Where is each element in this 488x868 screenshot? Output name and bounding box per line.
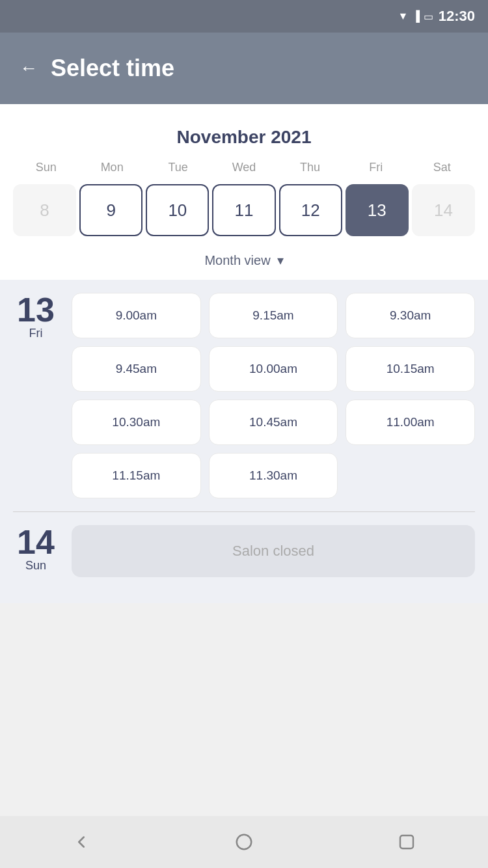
- date-cell-8[interactable]: 8: [13, 184, 76, 236]
- day-header-mon: Mon: [79, 157, 144, 178]
- day-number-13: 13: [13, 293, 59, 327]
- home-nav-icon: [234, 832, 254, 852]
- day-header-wed: Wed: [211, 157, 277, 178]
- date-cell-9[interactable]: 9: [79, 184, 142, 236]
- date-cell-14[interactable]: 14: [412, 184, 475, 236]
- status-time: 12:30: [439, 8, 475, 25]
- status-bar: ▼ ▐ ▭ 12:30: [0, 0, 488, 33]
- chevron-down-icon: ▾: [277, 252, 284, 268]
- svg-rect-1: [400, 835, 413, 848]
- calendar-section: November 2021 Sun Mon Tue Wed Thu Fri Sa…: [0, 104, 488, 280]
- day-section-14: 14 Sun Salon closed: [13, 525, 475, 577]
- day-number-14: 14: [13, 525, 59, 559]
- day-header-sat: Sat: [409, 157, 475, 178]
- day-section-13: 13 Fri 9.00am 9.15am 9.30am 9.45am 10.00…: [13, 293, 475, 498]
- date-cell-13[interactable]: 13: [346, 184, 409, 236]
- time-grid-13: 9.00am 9.15am 9.30am 9.45am 10.00am 10.1…: [72, 293, 475, 498]
- month-view-toggle[interactable]: Month view ▾: [13, 246, 475, 280]
- time-slot-1115[interactable]: 11.15am: [72, 453, 201, 498]
- time-slot-1130[interactable]: 11.30am: [209, 453, 338, 498]
- header: ← Select time: [0, 33, 488, 104]
- day-header-sun: Sun: [13, 157, 79, 178]
- status-icons: ▼ ▐ ▭: [398, 10, 433, 23]
- day-headers: Sun Mon Tue Wed Thu Fri Sat: [13, 154, 475, 181]
- time-slot-1030[interactable]: 10.30am: [72, 400, 201, 445]
- date-cell-11[interactable]: 11: [212, 184, 275, 236]
- time-slot-1100[interactable]: 11.00am: [346, 400, 475, 445]
- nav-home-button[interactable]: [231, 829, 257, 855]
- day-header-thu: Thu: [277, 157, 343, 178]
- time-section: 13 Fri 9.00am 9.15am 9.30am 9.45am 10.00…: [0, 280, 488, 603]
- battery-icon: ▭: [424, 10, 433, 23]
- day-name-13: Fri: [13, 327, 59, 340]
- back-nav-icon: [72, 832, 91, 852]
- day-header-tue: Tue: [145, 157, 211, 178]
- nav-bar: [0, 816, 488, 868]
- nav-back-button[interactable]: [68, 829, 94, 855]
- date-cell-10[interactable]: 10: [146, 184, 209, 236]
- salon-closed-label: Salon closed: [72, 525, 475, 577]
- time-slot-1015[interactable]: 10.15am: [346, 346, 475, 392]
- time-slot-1045[interactable]: 10.45am: [209, 400, 338, 445]
- month-year-label: November 2021: [13, 117, 475, 154]
- svg-point-0: [237, 835, 252, 850]
- nav-recent-button[interactable]: [394, 829, 420, 855]
- section-divider: [13, 511, 475, 512]
- signal-icon: ▐: [412, 10, 419, 22]
- time-slot-930[interactable]: 9.30am: [346, 293, 475, 338]
- time-slot-915[interactable]: 9.15am: [209, 293, 338, 338]
- back-button[interactable]: ←: [20, 58, 38, 79]
- time-slot-900[interactable]: 9.00am: [72, 293, 201, 338]
- day-name-14: Sun: [13, 559, 59, 573]
- month-view-label: Month view: [204, 253, 270, 268]
- wifi-icon: ▼: [398, 10, 409, 22]
- day-header-fri: Fri: [343, 157, 409, 178]
- date-row: 8 9 10 11 12 13 14: [13, 181, 475, 246]
- date-cell-12[interactable]: 12: [279, 184, 342, 236]
- time-slot-1000[interactable]: 10.00am: [209, 346, 338, 392]
- recent-nav-icon: [397, 832, 416, 852]
- day-label-13: 13 Fri: [13, 293, 59, 340]
- day-label-14: 14 Sun: [13, 525, 59, 573]
- page-title: Select time: [51, 55, 174, 82]
- time-slot-945[interactable]: 9.45am: [72, 346, 201, 392]
